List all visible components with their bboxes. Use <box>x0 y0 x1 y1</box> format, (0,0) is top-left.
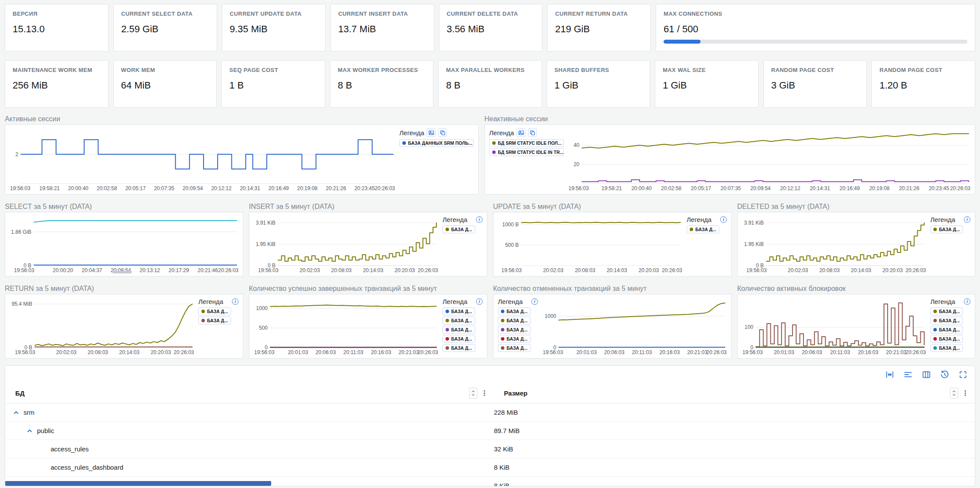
svg-text:1.95 KiB: 1.95 KiB <box>256 241 276 247</box>
chart-plot[interactable]: 1000019:56:0320:01:0320:06:0320:11:0320:… <box>541 297 728 355</box>
db-name-cell: srm <box>5 409 494 416</box>
legend-item[interactable]: БАЗА Д... <box>498 326 531 334</box>
legend-item[interactable]: БАЗА Д... <box>442 344 475 352</box>
chart-svg: 1.86 GiB0 B19:56:0320:00:2020:04:3720:08… <box>9 215 239 273</box>
panel-title[interactable]: Количество успешно завершенных транзакци… <box>249 283 487 294</box>
legend-item[interactable]: БАЗА Д... <box>198 317 231 324</box>
svg-text:1000: 1000 <box>256 305 268 311</box>
fullscreen-icon[interactable] <box>958 370 968 379</box>
legend: ЛегендаБД SRM СТАТУС IDLE ПОЛ...БД SRM С… <box>488 127 565 191</box>
copy-icon[interactable] <box>528 128 537 137</box>
legend-item[interactable]: БАЗА Д... <box>930 344 963 352</box>
legend-item[interactable]: БАЗА Д... <box>442 225 475 233</box>
info-icon[interactable]: i <box>476 216 483 223</box>
legend-item[interactable]: БАЗА Д... <box>498 344 531 352</box>
svg-text:20:11:03: 20:11:03 <box>632 349 652 355</box>
legend-item-label: БАЗА Д... <box>939 318 960 323</box>
history-icon[interactable] <box>940 370 949 379</box>
legend-item[interactable]: БАЗА Д... <box>930 335 963 343</box>
svg-text:20:26:03: 20:26:03 <box>905 267 926 273</box>
chart-svg: 1000500019:56:0320:01:0320:06:0320:11:03… <box>253 297 439 355</box>
series-color-dot <box>501 346 504 350</box>
collapse-chevron-icon[interactable] <box>26 427 33 434</box>
table-view-icon[interactable] <box>922 370 931 379</box>
column-menu-icon[interactable]: ⋮ <box>962 390 969 397</box>
legend-item[interactable]: БД SRM СТАТУС IDLE ПОЛ... <box>489 139 564 147</box>
legend-header: Легенда <box>399 128 474 137</box>
info-icon[interactable]: i <box>476 298 483 305</box>
legend-item[interactable]: БАЗА Д... <box>930 326 963 334</box>
legend-item[interactable]: БАЗА ДАННЫХ SRM ПОЛЬ... <box>399 139 474 147</box>
legend-item[interactable]: БАЗА Д... <box>498 335 531 343</box>
info-icon[interactable]: i <box>232 298 238 305</box>
panel-horizontal-scrollbar-thumb[interactable] <box>112 271 132 273</box>
copy-icon[interactable] <box>438 128 447 137</box>
legend-item[interactable]: БАЗА Д... <box>442 335 475 343</box>
panel-title[interactable]: SELECT за 5 минут (DATA) <box>5 201 243 212</box>
chart-plot[interactable]: 3.91 KiB1.95 KiB0 B19:56:0320:02:0320:08… <box>253 215 439 273</box>
info-icon[interactable]: i <box>964 298 970 305</box>
table-row[interactable]: public89.7 MiB <box>5 422 975 440</box>
chart-plot[interactable]: 100019:56:0320:01:0320:06:0320:11:0320:1… <box>741 297 927 355</box>
svg-text:20:16:03: 20:16:03 <box>660 349 680 355</box>
legend-item[interactable]: БАЗА Д... <box>198 307 231 315</box>
charts-row-1: SELECT за 5 минут (DATA)1.86 GiB0 B19:56… <box>5 201 975 276</box>
table-row[interactable]: access_rules32 KiB <box>5 440 975 458</box>
legend-item[interactable]: БАЗА Д... <box>930 317 963 324</box>
panel-insert5: INSERT за 5 минут (DATA)3.91 KiB1.95 KiB… <box>249 201 487 276</box>
legend-item[interactable]: БАЗА Д... <box>930 307 963 315</box>
info-icon[interactable]: i <box>720 216 727 223</box>
legend-item[interactable]: БАЗА Д... <box>442 326 475 334</box>
svg-text:19:56:03: 19:56:03 <box>254 349 275 355</box>
info-icon[interactable]: i <box>531 298 538 305</box>
legend-title: Легенда <box>498 298 523 305</box>
db-size-cell: 8 KiB <box>494 464 975 471</box>
svg-text:1.86 GiB: 1.86 GiB <box>11 229 31 235</box>
panel-title[interactable]: INSERT за 5 минут (DATA) <box>249 201 487 212</box>
chart-plot[interactable]: 402019:56:0319:58:2120:00:4020:02:5820:0… <box>567 127 971 191</box>
horizontal-scrollbar-thumb[interactable] <box>5 481 271 486</box>
stat-card-label: MAX WORKER PROCESSES <box>338 67 426 73</box>
svg-text:20:02:58: 20:02:58 <box>661 185 681 191</box>
panel-title[interactable]: Количество отмененных транзакций за 5 ми… <box>493 283 732 294</box>
legend-item[interactable]: БАЗА Д... <box>687 225 719 233</box>
chart-plot[interactable]: 1000500019:56:0320:01:0320:06:0320:11:03… <box>253 297 439 355</box>
panel-title[interactable]: DELETED за 5 минут (DATA) <box>737 201 975 212</box>
fit-to-width-icon[interactable] <box>885 370 895 379</box>
svg-text:20:00:40: 20:00:40 <box>631 185 652 191</box>
panel-title[interactable]: Активные сессии <box>5 114 479 124</box>
save-image-icon[interactable] <box>427 128 436 137</box>
column-menu-icon[interactable]: ⋮ <box>481 390 488 397</box>
panel-title[interactable]: Неактивные сессии <box>484 114 975 124</box>
chart-plot[interactable]: 95.4 MiB0 B19:56:0320:02:0320:08:0320:14… <box>9 297 195 355</box>
legend-item[interactable]: БАЗА Д... <box>498 307 531 315</box>
chart-plot[interactable]: 1000 B500 B19:56:0320:02:0320:08:0320:14… <box>497 215 683 273</box>
table-row[interactable]: srm228 MiB <box>5 403 975 422</box>
svg-text:20:21:26: 20:21:26 <box>326 185 346 191</box>
legend-item[interactable]: БД SRM СТАТУС IDLE IN TR... <box>489 148 564 156</box>
svg-text:20:04:37: 20:04:37 <box>82 267 102 273</box>
panel-title[interactable]: UPDATE за 5 минут (DATA) <box>493 201 732 212</box>
panel-title[interactable]: RETURN за 5 минут (DATA) <box>5 283 243 294</box>
legend: ЛегендаiБАЗА Д... <box>686 215 728 273</box>
legend-item[interactable]: БАЗА Д... <box>442 317 475 324</box>
legend-item[interactable]: БАЗА Д... <box>498 317 531 324</box>
table-row[interactable]: access_rules_dashboard8 KiB <box>5 458 975 477</box>
chart-plot[interactable]: 1.86 GiB0 B19:56:0320:00:2020:04:3720:08… <box>9 215 239 273</box>
collapse-chevron-icon[interactable] <box>13 409 20 416</box>
legend-item[interactable]: БАЗА Д... <box>442 307 475 315</box>
chart-plot[interactable]: 3.91 KiB1.95 KiB0 B19:56:0320:02:0320:08… <box>741 215 927 273</box>
info-icon[interactable]: i <box>964 216 970 223</box>
sort-toggle[interactable] <box>950 388 958 399</box>
svg-text:20:26:03: 20:26:03 <box>950 185 970 191</box>
sort-toggle[interactable] <box>469 388 477 399</box>
series-color-dot <box>501 328 504 331</box>
chart-plot[interactable]: 219:56:0319:58:2120:00:4020:02:5820:05:1… <box>9 127 396 191</box>
save-image-icon[interactable] <box>517 128 525 137</box>
series-color-dot <box>501 337 504 341</box>
panel-title[interactable]: Количество активных блокировок <box>737 283 975 294</box>
text-align-icon[interactable] <box>903 370 913 379</box>
series-color-dot <box>933 346 937 350</box>
legend-item[interactable]: БАЗА Д... <box>930 225 963 233</box>
legend: ЛегендаiБАЗА Д...БАЗА Д...БАЗА Д...БАЗА … <box>497 297 539 355</box>
